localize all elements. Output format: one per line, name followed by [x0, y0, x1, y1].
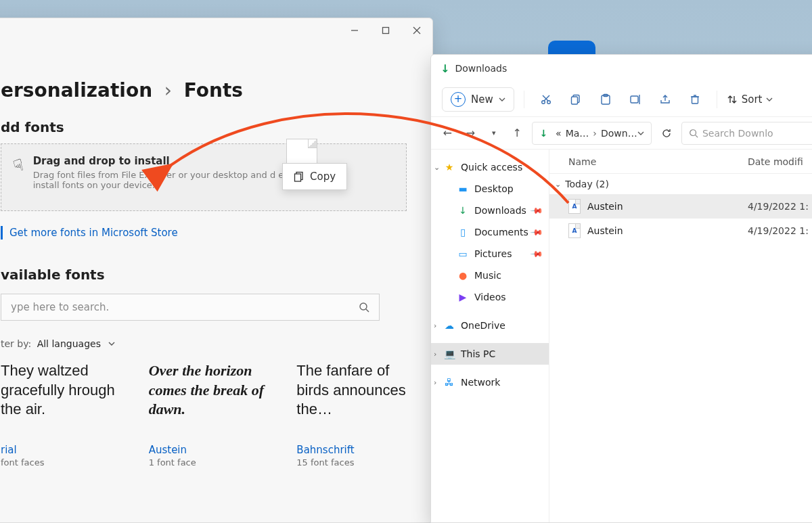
font-grid: They waltzed gracefully hrough the air. … [1, 361, 413, 468]
copy-label: Copy [310, 170, 336, 183]
nav-up-button[interactable]: ↑ [509, 124, 525, 143]
explorer-search-input[interactable] [702, 128, 812, 139]
close-button[interactable] [401, 18, 432, 43]
nav-forward-button[interactable]: → [462, 124, 478, 143]
cut-icon[interactable] [534, 87, 558, 112]
nav-label: Desktop [474, 183, 514, 194]
file-row[interactable]: AAustein 4/19/2022 1: [549, 219, 812, 243]
rename-icon[interactable] [623, 87, 648, 112]
delete-icon[interactable] [683, 87, 707, 112]
nav-chevron-down-icon[interactable]: ▾ [486, 124, 502, 143]
nav-label: Videos [474, 292, 506, 302]
pictures-icon: ▭ [457, 248, 469, 259]
copy-icon[interactable] [564, 87, 588, 112]
chevron-down-icon[interactable] [637, 130, 644, 137]
breadcrumb-parent[interactable]: ersonalization [1, 79, 152, 101]
address-segment[interactable]: Down… [601, 128, 637, 139]
file-name: Austein [587, 201, 623, 212]
nav-documents[interactable]: ▯Documents📌 [431, 221, 549, 243]
file-date: 4/19/2022 1: [748, 201, 812, 212]
pc-icon: 💻 [443, 348, 455, 359]
font-card-arial[interactable]: They waltzed gracefully hrough the air. … [1, 361, 118, 468]
nav-onedrive[interactable]: ›☁OneDrive [431, 315, 549, 336]
font-name: rial [1, 444, 118, 456]
sort-icon [727, 94, 738, 105]
chevron-down-icon: ⌄ [434, 163, 442, 172]
chevron-down-icon [499, 96, 505, 103]
filter-row[interactable]: ter by: All languages [1, 338, 413, 349]
column-name[interactable]: Name [549, 156, 748, 167]
svg-rect-7 [295, 174, 301, 181]
explorer-address-bar: ← → ▾ ↑ ↓ « Ma… › Down… [431, 117, 812, 150]
explorer-window: ↓ Downloads + New Sort ← → ▾ ↑ ↓ « Ma… [430, 54, 812, 523]
breadcrumb[interactable]: ersonalization › Fonts [1, 79, 413, 101]
svg-rect-16 [631, 96, 638, 103]
video-icon: ▶ [457, 292, 469, 302]
column-date[interactable]: Date modifi [748, 156, 812, 167]
explorer-search-box[interactable] [681, 122, 812, 145]
address-box[interactable]: ↓ « Ma… › Down… [532, 122, 651, 145]
breadcrumb-separator: › [164, 79, 172, 101]
file-row[interactable]: AAustein 4/19/2022 1: [549, 194, 812, 219]
svg-rect-13 [571, 97, 577, 104]
chevron-down-icon: ⌄ [555, 180, 561, 189]
nav-desktop[interactable]: ▬Desktop [431, 178, 549, 200]
drag-tooltip-copy: Copy [282, 163, 347, 190]
pin-icon: 📌 [530, 204, 544, 218]
nav-quick-access[interactable]: ⌄ ★ Quick access [431, 156, 549, 178]
nav-videos[interactable]: ▶Videos [431, 286, 549, 308]
svg-point-8 [541, 100, 545, 104]
nav-downloads[interactable]: ↓Downloads📌 [431, 200, 549, 221]
nav-music[interactable]: ●Music [431, 265, 549, 286]
font-card-austein[interactable]: Over the horizon comes the break of dawn… [149, 361, 266, 468]
minimize-button[interactable] [339, 18, 370, 43]
sort-button[interactable]: Sort [727, 93, 773, 106]
address-segment[interactable]: Ma… [566, 128, 589, 139]
nav-label: This PC [461, 348, 495, 359]
star-icon: ★ [443, 162, 455, 173]
font-search-input[interactable] [11, 301, 359, 313]
explorer-titlebar[interactable]: ↓ Downloads [431, 55, 812, 82]
group-today[interactable]: ⌄ Today (2) [549, 174, 812, 194]
breadcrumb-current: Fonts [184, 79, 243, 101]
settings-window: ersonalization › Fonts dd fonts ☟ Drag a… [0, 18, 433, 523]
svg-line-22 [696, 135, 698, 137]
search-icon [689, 129, 698, 138]
font-search-box[interactable] [1, 294, 380, 321]
nav-pictures[interactable]: ▭Pictures📌 [431, 243, 549, 265]
chevron-down-icon [108, 339, 116, 350]
network-icon: 🖧 [443, 377, 455, 388]
font-card-bahnschrift[interactable]: The fanfare of birds announces the… Bahn… [296, 361, 413, 468]
svg-rect-1 [383, 28, 389, 34]
nav-label: Network [461, 377, 500, 388]
nav-label: Documents [474, 227, 528, 237]
refresh-button[interactable] [658, 124, 675, 143]
group-label: Today (2) [565, 179, 609, 189]
music-icon: ● [457, 270, 469, 281]
dropzone-title: Drag and drop to install [33, 155, 317, 167]
maximize-button[interactable] [370, 18, 401, 43]
desktop-icon: ▬ [457, 183, 469, 194]
microsoft-store-link[interactable]: Get more fonts in Microsoft Store [9, 227, 178, 239]
plus-circle-icon: + [451, 92, 466, 107]
nav-label: OneDrive [461, 320, 505, 331]
chevron-right-icon: › [593, 128, 597, 139]
nav-network[interactable]: ›🖧Network [431, 371, 549, 393]
new-button[interactable]: + New [442, 87, 514, 112]
available-fonts-heading: vailable fonts [1, 267, 413, 283]
download-icon: ↓ [457, 205, 469, 216]
accent-bar [1, 226, 3, 240]
dropzone-subtitle: Drag font files from File Explorer or yo… [33, 170, 317, 190]
share-icon[interactable] [653, 87, 677, 112]
font-faces: 1 font face [149, 457, 266, 468]
nav-label: Quick access [461, 162, 522, 173]
nav-this-pc[interactable]: ›💻This PC [431, 343, 549, 365]
store-link-row: Get more fonts in Microsoft Store [1, 226, 413, 240]
chevron-down-icon [766, 96, 773, 103]
download-icon: ↓ [441, 62, 449, 75]
pin-icon: 📌 [530, 247, 544, 261]
nav-back-button[interactable]: ← [439, 124, 455, 143]
svg-point-21 [690, 129, 696, 135]
list-header[interactable]: Name Date modifi [549, 150, 812, 174]
paste-icon[interactable] [593, 87, 618, 112]
